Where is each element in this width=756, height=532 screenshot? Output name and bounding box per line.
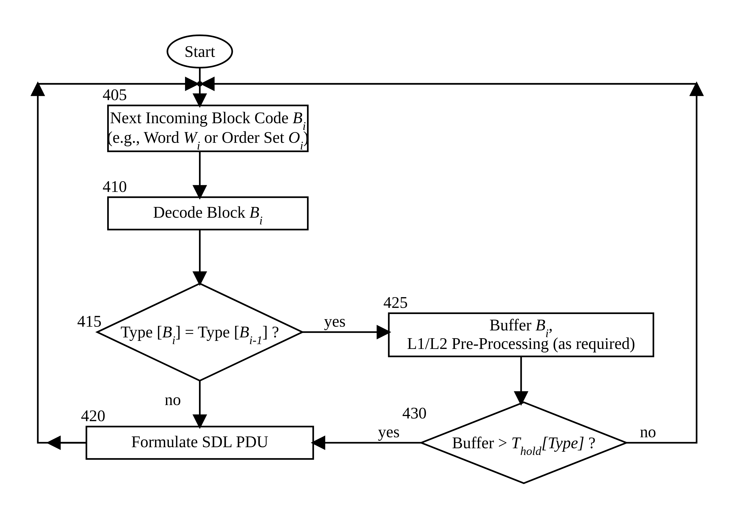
- edge-420-loop-left: [38, 84, 87, 443]
- node-425-ref: 425: [384, 293, 408, 311]
- edge-415-420-label: no: [165, 391, 181, 409]
- node-425-line2: L1/L2 Pre-Processing (as required): [407, 335, 635, 353]
- node-430-ref: 430: [402, 404, 426, 422]
- edge-430-420-label: yes: [378, 423, 400, 441]
- node-420-label: Formulate SDL PDU: [131, 433, 268, 451]
- node-405-ref: 405: [103, 86, 127, 104]
- flowchart: Start 405 Next Incoming Block Code Bi (e…: [0, 0, 756, 532]
- start-label: Start: [184, 42, 215, 61]
- node-415-ref: 415: [77, 312, 101, 330]
- edge-415-425-label: yes: [324, 312, 345, 330]
- node-420-ref: 420: [81, 407, 105, 425]
- edge-430-no-label: no: [640, 423, 656, 441]
- node-410-ref: 410: [103, 177, 127, 195]
- edge-430-loop-right: [626, 84, 696, 443]
